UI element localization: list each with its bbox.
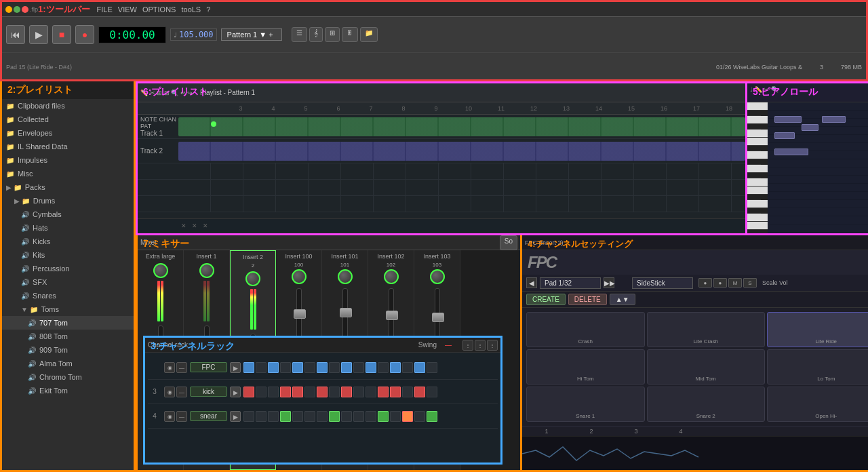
sidebar-item-808tom[interactable]: 🔊 808 Tom — [2, 330, 134, 343]
cs-toggle-s[interactable]: S — [743, 278, 757, 288]
cr-pad[interactable] — [317, 362, 328, 373]
channel-knob[interactable] — [384, 269, 399, 284]
toolbar-btn-mixer[interactable]: 🎚 — [342, 27, 358, 42]
piano-key-white[interactable] — [747, 130, 768, 138]
piano-key-white[interactable] — [747, 200, 768, 208]
toolbar-btn-browser[interactable]: 📁 — [360, 27, 378, 42]
menu-view[interactable]: VIEW — [118, 5, 137, 14]
cs-sort-btn[interactable]: ▲▼ — [610, 294, 635, 305]
cs-instrument-dropdown[interactable]: SideStick — [632, 277, 693, 289]
channel-knob[interactable] — [199, 263, 214, 278]
piano-key-black[interactable] — [747, 230, 761, 235]
cr-pad[interactable] — [317, 387, 328, 397]
sidebar-item-snares[interactable]: 🔊 Snares — [2, 289, 134, 302]
piano-key-black[interactable] — [747, 124, 761, 130]
rack-btn-3[interactable]: ⋮ — [487, 340, 498, 351]
cr-pad[interactable] — [256, 387, 267, 397]
channel-knob[interactable] — [153, 263, 168, 278]
pr-note[interactable] — [822, 116, 846, 123]
channel-fader[interactable] — [432, 313, 444, 322]
cr-pad[interactable] — [341, 362, 352, 373]
channel-fader[interactable] — [386, 311, 398, 320]
delete-btn[interactable]: DELETE — [568, 294, 607, 305]
cs-pad-snare1[interactable]: Snare 1 — [526, 387, 645, 422]
piano-key-black[interactable] — [747, 111, 761, 116]
create-btn[interactable]: CREATE — [526, 294, 566, 305]
cr-pad[interactable] — [304, 411, 315, 422]
cs-knob-small-2[interactable]: ● — [713, 278, 727, 288]
transport-play[interactable]: ▶ — [29, 25, 48, 44]
sidebar-item-kits[interactable]: 🔊 Kits — [2, 248, 134, 262]
cs-next-btn[interactable]: ▶▶ — [604, 277, 614, 288]
cr-pad[interactable] — [427, 411, 437, 422]
transport-prev[interactable]: ⏮ — [6, 25, 25, 44]
sidebar-item-clipboard[interactable]: 📁 Clipboard files — [2, 99, 134, 113]
cr-pad[interactable] — [390, 411, 401, 422]
cr-pad[interactable] — [292, 362, 303, 373]
transport-stop[interactable]: ■ — [52, 25, 71, 44]
channel-knob[interactable] — [245, 271, 260, 286]
sidebar-item-shared-data[interactable]: 📁 IL Shared Data — [2, 140, 134, 153]
channel-fader[interactable] — [340, 308, 352, 317]
cr-pad[interactable] — [366, 387, 376, 397]
cr-pad[interactable] — [341, 387, 352, 397]
cr-pad[interactable] — [390, 387, 401, 397]
piano-key-white[interactable] — [747, 186, 768, 195]
sidebar-item-collected[interactable]: 📁 Collected — [2, 113, 134, 126]
sidebar-item-impulses[interactable]: 📁 Impulses — [2, 153, 134, 167]
cr-pad[interactable] — [292, 387, 303, 397]
cr-pad[interactable] — [256, 411, 267, 422]
cr-instrument-name[interactable]: FPC — [190, 362, 227, 372]
piano-key-black[interactable] — [747, 208, 761, 214]
cr-pad[interactable] — [402, 362, 413, 373]
cr-pad[interactable] — [402, 387, 413, 397]
piano-key-black[interactable] — [747, 173, 761, 178]
cs-pad-mid-tom[interactable]: Mid Tom — [647, 349, 766, 385]
close-icon[interactable] — [22, 6, 28, 13]
cr-pad[interactable] — [353, 411, 364, 422]
sidebar-item-707tom[interactable]: 🔊 707 Tom — [2, 316, 134, 330]
sidebar-item-packs[interactable]: ▶ 📁 Packs — [2, 180, 134, 194]
menu-options[interactable]: OPTIONS — [142, 5, 176, 14]
cr-pad[interactable] — [414, 411, 425, 422]
cr-pad[interactable] — [243, 362, 254, 373]
cr-mute-btn[interactable]: ◉ — [164, 411, 175, 422]
sidebar-item-cymbals[interactable]: 🔊 Cymbals — [2, 208, 134, 221]
track-2-content[interactable] — [178, 139, 745, 163]
cr-pad[interactable] — [268, 411, 279, 422]
piano-key-white[interactable] — [747, 165, 768, 173]
cr-pad[interactable] — [366, 411, 376, 422]
piano-key-black[interactable] — [747, 159, 761, 165]
cr-pad[interactable] — [280, 387, 291, 397]
sidebar-item-alma-tom[interactable]: 🔊 Alma Tom — [2, 357, 134, 370]
toolbar-btn-channel[interactable]: ⊞ — [325, 27, 340, 42]
cr-pad[interactable] — [390, 362, 401, 373]
cr-pad[interactable] — [353, 387, 364, 397]
piano-key-white[interactable] — [747, 222, 768, 230]
channel-fader[interactable] — [294, 309, 306, 319]
piano-key-white[interactable] — [747, 214, 768, 222]
cr-pad[interactable] — [402, 411, 413, 422]
sidebar-item-drums[interactable]: ▶ 📁 Drums — [2, 194, 134, 208]
menu-tools[interactable]: tooLS — [181, 5, 201, 14]
cr-pad[interactable] — [329, 362, 340, 373]
cr-pad[interactable] — [243, 387, 254, 397]
cr-solo-btn[interactable]: — — [176, 411, 187, 422]
cs-pad-hi-tom[interactable]: Hi Tom — [526, 349, 645, 385]
piano-key-white[interactable] — [747, 102, 768, 111]
piano-roll-grid[interactable] — [768, 102, 868, 233]
cs-pad-snare2[interactable]: Snare 2 — [647, 387, 766, 422]
cr-pad[interactable] — [317, 411, 328, 422]
cr-pad[interactable] — [353, 362, 364, 373]
cs-toggle-m[interactable]: M — [728, 278, 742, 288]
cr-arrow-btn[interactable]: ▶ — [230, 411, 241, 422]
cr-pad[interactable] — [378, 387, 389, 397]
piano-key-white[interactable] — [747, 138, 768, 146]
transport-record[interactable]: ● — [75, 25, 94, 44]
channel-knob[interactable] — [292, 269, 307, 284]
toolbar-btn-piano[interactable]: 𝄞 — [309, 27, 323, 42]
cs-knob-small-1[interactable]: ● — [698, 278, 712, 288]
piano-key-white[interactable] — [747, 151, 768, 159]
cr-pad[interactable] — [366, 362, 376, 373]
cr-pad[interactable] — [280, 411, 291, 422]
